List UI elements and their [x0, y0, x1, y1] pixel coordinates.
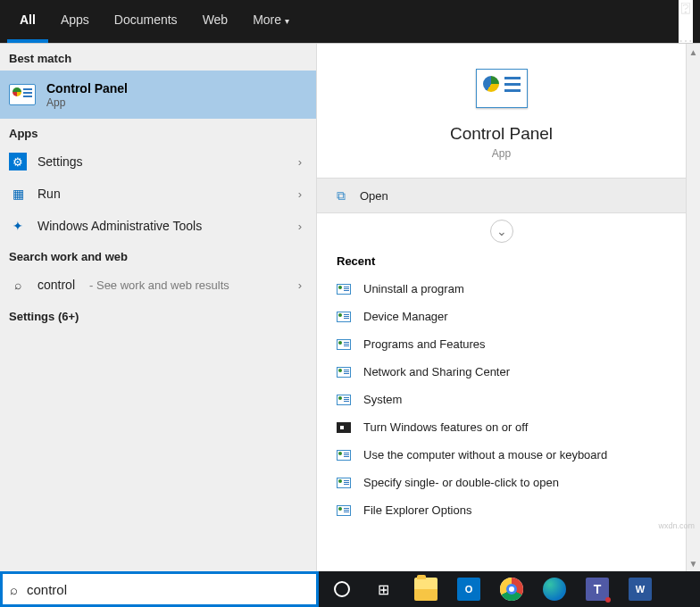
windows-features-icon	[337, 422, 351, 433]
recent-item[interactable]: Use the computer without a mouse or keyb…	[317, 441, 686, 469]
control-panel-icon	[476, 69, 528, 108]
tab-apps[interactable]: Apps	[48, 0, 102, 43]
search-results: Best match Control Panel App Apps ⚙ Sett…	[0, 43, 700, 571]
recent-heading: Recent	[317, 249, 686, 275]
results-left-panel: Best match Control Panel App Apps ⚙ Sett…	[0, 44, 317, 571]
chevron-down-icon[interactable]: ⌄	[490, 220, 513, 243]
file-explorer-icon	[414, 578, 438, 601]
recent-item[interactable]: File Explorer Options	[317, 496, 686, 524]
control-panel-icon	[337, 478, 351, 488]
edge-icon	[543, 578, 566, 601]
app-item-settings[interactable]: ⚙ Settings ›	[0, 146, 316, 178]
teams-icon: T	[586, 578, 609, 601]
outlook-icon: O	[457, 578, 480, 601]
preview-hero: Control Panel App	[317, 44, 686, 178]
task-view-icon: ⊞	[378, 581, 389, 598]
more-options-icon[interactable]: ⋯	[679, 32, 693, 43]
scroll-up-icon[interactable]: ▲	[688, 46, 698, 58]
feedback-icon[interactable]: ⍰	[681, 0, 690, 16]
app-item-run[interactable]: ▦ Run ›	[0, 178, 316, 210]
task-view-button[interactable]: ⊞	[363, 571, 403, 607]
chevron-right-icon: ›	[298, 155, 302, 169]
tools-icon: ✦	[9, 217, 27, 235]
recent-item[interactable]: Programs and Features	[317, 330, 686, 358]
search-box[interactable]: ⌕	[0, 571, 319, 607]
taskbar-chrome[interactable]	[492, 571, 531, 607]
taskbar: ⊞ O T W	[319, 571, 700, 607]
recent-item[interactable]: Uninstall a program	[317, 275, 686, 303]
recent-item[interactable]: Network and Sharing Center	[317, 358, 686, 386]
section-settings-more[interactable]: Settings (6+)	[0, 301, 316, 332]
tab-all[interactable]: All	[7, 0, 48, 43]
web-search-control[interactable]: ⌕ control - See work and web results ›	[0, 269, 316, 301]
control-panel-icon	[337, 505, 351, 516]
control-panel-icon	[337, 395, 351, 405]
chevron-right-icon: ›	[298, 279, 302, 292]
control-panel-icon	[337, 339, 351, 350]
best-match-subtitle: App	[46, 96, 128, 109]
search-icon: ⌕	[9, 276, 27, 294]
results-preview-panel: Control Panel App ⧉ Open ⌄ Recent Uninst…	[317, 44, 700, 571]
watermark: wxdn.com	[658, 521, 695, 530]
taskbar-row: ⌕ ⊞ O T W	[0, 571, 700, 607]
recent-item[interactable]: Turn Windows features on or off	[317, 413, 686, 441]
control-panel-icon	[337, 284, 351, 295]
control-panel-icon	[337, 367, 351, 378]
chevron-right-icon: ›	[298, 187, 302, 201]
gear-icon: ⚙	[9, 153, 27, 170]
tab-web[interactable]: Web	[190, 0, 241, 43]
expand-actions: ⌄	[317, 213, 686, 249]
recent-item[interactable]: System	[317, 386, 686, 413]
taskbar-file-explorer[interactable]	[406, 571, 446, 607]
section-apps: Apps	[0, 119, 316, 146]
taskbar-teams[interactable]: T	[578, 571, 617, 607]
section-best-match: Best match	[0, 44, 316, 71]
open-icon: ⧉	[337, 188, 346, 204]
cortana-icon	[334, 581, 350, 597]
control-panel-icon	[337, 312, 351, 322]
scrollbar[interactable]: ▲ ▼	[686, 44, 700, 571]
recent-item[interactable]: Device Manager	[317, 303, 686, 330]
app-item-admin-tools[interactable]: ✦ Windows Administrative Tools ›	[0, 210, 316, 242]
search-tabbar: All Apps Documents Web More ▾ ⍰ ⋯	[0, 0, 700, 43]
taskbar-edge[interactable]	[535, 571, 574, 607]
cortana-button[interactable]	[324, 571, 360, 607]
search-icon: ⌕	[10, 582, 18, 597]
scroll-down-icon[interactable]: ▼	[688, 557, 698, 570]
preview-title: Control Panel	[450, 124, 553, 144]
chrome-icon	[500, 578, 523, 601]
tab-more[interactable]: More ▾	[240, 0, 302, 43]
chevron-right-icon: ›	[298, 220, 302, 233]
preview-subtitle: App	[492, 147, 511, 160]
control-panel-icon	[337, 450, 351, 461]
control-panel-icon	[9, 84, 36, 105]
recent-item[interactable]: Specify single- or double-click to open	[317, 469, 686, 496]
word-icon: W	[629, 578, 652, 601]
run-icon: ▦	[9, 185, 27, 203]
best-match-title: Control Panel	[46, 81, 128, 96]
tab-documents[interactable]: Documents	[102, 0, 190, 43]
recent-list: Uninstall a program Device Manager Progr…	[317, 275, 686, 524]
action-open[interactable]: ⧉ Open	[317, 178, 686, 213]
search-input[interactable]	[27, 582, 309, 597]
section-search-web: Search work and web	[0, 242, 316, 269]
taskbar-word[interactable]: W	[621, 571, 660, 607]
taskbar-outlook[interactable]: O	[449, 571, 488, 607]
best-match-control-panel[interactable]: Control Panel App	[0, 71, 316, 119]
